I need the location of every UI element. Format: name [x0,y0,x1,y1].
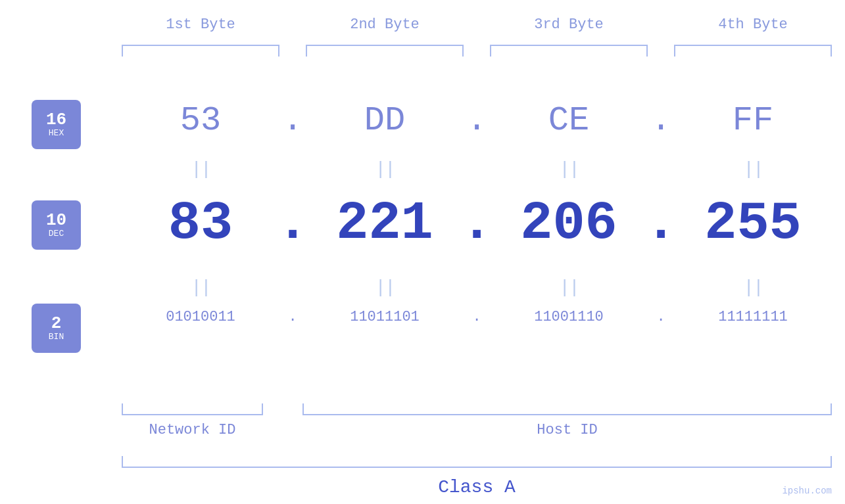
bracket-top-2 [306,45,464,57]
dec-val-1: 83 [122,191,279,256]
dec-row: 83 . 221 . 206 . 255 [122,191,832,256]
bin-val-3: 11001110 [490,299,648,335]
class-label: Class A [122,477,832,497]
dot-hex-2: . [464,101,490,140]
hex-badge-label: HEX [49,128,64,138]
dot-dec-1: . [279,193,306,254]
dot-bin-1: . [279,309,306,325]
dot-hex-3: . [648,101,674,140]
network-id-label: Network ID [122,422,263,438]
hex-badge-num: 16 [46,111,66,128]
bin-badge-label: BIN [49,332,64,342]
eq1-2: || [306,158,464,181]
bin-badge-num: 2 [51,315,62,332]
col-header-1: 1st Byte [122,16,279,33]
header-row: 1st Byte 2nd Byte 3rd Byte 4th Byte [122,16,832,33]
bracket-class [122,456,832,468]
bin-val-2: 11011101 [306,299,464,335]
dot-dec-2: . [464,193,490,254]
bracket-bottom-host [302,403,832,415]
dot-dec-3: . [648,193,674,254]
dec-badge-num: 10 [46,212,66,229]
col-header-4: 4th Byte [674,16,832,33]
eq1-1: || [122,158,279,181]
col-header-3: 3rd Byte [490,16,648,33]
top-brackets [122,45,832,57]
bracket-top-1 [122,45,279,57]
dec-val-3: 206 [490,191,648,256]
hex-val-3: CE [490,97,648,143]
bin-val-4: 11111111 [674,299,832,335]
dec-val-2: 221 [306,191,464,256]
watermark: ipshu.com [782,486,832,496]
dec-val-4: 255 [674,191,832,256]
dot-hex-1: . [279,101,306,140]
bin-row: 01010011 . 11011101 . 11001110 . 1111111… [122,299,832,335]
dot-bin-3: . [648,309,674,325]
eq2-2: || [306,276,464,299]
hex-val-2: DD [306,97,464,143]
eq2-4: || [674,276,832,299]
bracket-top-4 [674,45,832,57]
bin-val-1: 01010011 [122,299,279,335]
hex-row: 53 . DD . CE . FF [122,97,832,143]
bracket-top-3 [490,45,648,57]
equals-row-1: || || || || [122,158,832,181]
eq2-3: || [490,276,648,299]
bracket-bottom-network [122,403,263,415]
host-id-label: Host ID [302,422,832,438]
hex-val-1: 53 [122,97,279,143]
dec-badge: 10 DEC [32,200,81,250]
hex-badge: 16 HEX [32,100,81,149]
eq1-3: || [490,158,648,181]
hex-val-4: FF [674,97,832,143]
eq2-1: || [122,276,279,299]
col-header-2: 2nd Byte [306,16,464,33]
eq1-4: || [674,158,832,181]
equals-row-2: || || || || [122,276,832,299]
bin-badge: 2 BIN [32,304,81,353]
dec-badge-label: DEC [49,229,64,239]
dot-bin-2: . [464,309,490,325]
main-container: 16 HEX 10 DEC 2 BIN 1st Byte 2nd Byte 3r… [0,0,845,504]
